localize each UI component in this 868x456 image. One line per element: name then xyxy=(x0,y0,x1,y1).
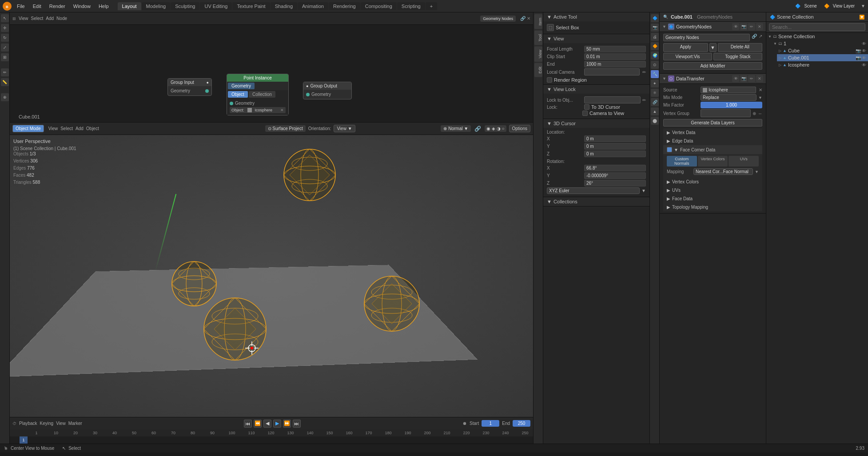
tool-rotate[interactable]: ↻ xyxy=(1,34,9,42)
menu-help[interactable]: Help xyxy=(95,3,112,10)
edge-data-title[interactable]: ▶ Edge Data xyxy=(663,137,762,145)
vertex-data-title[interactable]: ▶ Vertex Data xyxy=(663,128,762,137)
props-world[interactable]: 🌍 xyxy=(651,52,659,59)
marker-menu[interactable]: Marker xyxy=(68,421,82,426)
keying-menu[interactable]: Keying xyxy=(40,421,54,426)
dt-source-clear[interactable]: ✕ xyxy=(759,87,762,92)
props-modifiers[interactable]: 🔧 xyxy=(651,70,659,78)
props-particles[interactable]: ✦ xyxy=(651,79,659,87)
viewport-vis-btn[interactable]: Viewport:Vis xyxy=(663,53,712,60)
dt-edit-btn[interactable]: ✏ xyxy=(748,75,755,82)
menu-file[interactable]: File xyxy=(13,3,28,10)
props-material[interactable]: ⬤ xyxy=(651,117,659,125)
clip-end-value[interactable]: 1000 m xyxy=(584,61,646,67)
focal-length-value[interactable]: 50 mm xyxy=(584,46,646,52)
btn-next-keyframe[interactable]: ⏩ xyxy=(283,420,291,428)
view-menu-tl[interactable]: View xyxy=(56,421,66,426)
options-btn[interactable]: Options xyxy=(509,125,530,132)
node-menu[interactable]: Node xyxy=(56,16,67,21)
geo-mod-edit-btn[interactable]: ✏ xyxy=(748,23,755,30)
node-group-output[interactable]: ● Group Output Geometry xyxy=(303,82,352,99)
tab-shading[interactable]: Shading xyxy=(271,2,297,10)
fc-tab-uvs[interactable]: UVs xyxy=(729,156,759,167)
cursor-x-value[interactable]: 0 m xyxy=(584,135,646,142)
active-tool-title[interactable]: ▼ Active Tool xyxy=(543,12,649,21)
props-scene[interactable]: 🔷 xyxy=(651,14,659,22)
current-frame-indicator[interactable]: 1 xyxy=(20,436,28,444)
scene-collection-root[interactable]: ▼ 🗂 Scene Collection xyxy=(766,33,868,40)
node-tab-collection[interactable]: Collection xyxy=(249,91,275,98)
tab-sculpting[interactable]: Sculpting xyxy=(171,2,199,10)
start-frame[interactable]: 1 xyxy=(482,420,499,427)
icosphere-item[interactable]: ▷ ▲ Icosphere 👁 xyxy=(777,61,868,68)
end-frame[interactable]: 250 xyxy=(513,420,530,427)
generate-data-layers-btn[interactable]: Generate Data Layers xyxy=(663,119,762,127)
view-layer-name[interactable]: View Layer xyxy=(833,4,855,8)
node-tab-object[interactable]: Object xyxy=(228,91,248,98)
timeline-track[interactable]: 1 10 20 30 40 50 60 70 80 90 100 110 120… xyxy=(10,429,533,444)
playback-menu[interactable]: Playback xyxy=(19,421,37,426)
vtab-edit[interactable]: Edit xyxy=(534,63,542,77)
face-data-title[interactable]: ▶ Face Data xyxy=(663,194,762,203)
tab-animation[interactable]: Animation xyxy=(298,2,328,10)
toggle-stack-btn[interactable]: Toggle Stack xyxy=(713,53,762,60)
vtab-tool[interactable]: Tool xyxy=(534,31,542,45)
apply-dropdown[interactable]: ▼ xyxy=(709,43,717,52)
props-render[interactable]: 📷 xyxy=(651,24,659,32)
tool-transform[interactable]: ⊞ xyxy=(1,53,9,61)
geo-mod-render-btn[interactable]: 📷 xyxy=(740,23,747,30)
cursor-rz-value[interactable]: 26° xyxy=(584,180,646,186)
props-physics[interactable]: ⚛ xyxy=(651,89,659,97)
dt-render-btn[interactable]: 📷 xyxy=(740,75,747,82)
dt-vg-input[interactable] xyxy=(701,109,751,117)
uvs-section-title[interactable]: ▶ UVs xyxy=(663,186,762,194)
node-object-close[interactable]: ✕ xyxy=(280,108,284,112)
tab-add[interactable]: + xyxy=(426,2,437,10)
transform-dropdown[interactable]: ⊕ Normal ▼ xyxy=(441,125,471,132)
clip-start-value[interactable]: 0.01 m xyxy=(584,53,646,60)
ico-hide-icon[interactable]: 👁 xyxy=(862,63,866,67)
face-corner-data-title[interactable]: ▼ Face Corner Data xyxy=(663,145,762,154)
tab-uv-editing[interactable]: UV Editing xyxy=(200,2,232,10)
view-lock-title[interactable]: ▼ View Lock xyxy=(543,85,649,94)
fc-tab-vc[interactable]: Vertex Colors xyxy=(698,156,728,167)
btn-jump-end[interactable]: ⏭ xyxy=(293,420,301,428)
geo-nodes-link[interactable]: 🔗 xyxy=(752,34,757,41)
tool-measure[interactable]: 📏 xyxy=(1,78,9,86)
cursor-y-value[interactable]: 0 m xyxy=(584,143,646,150)
props-object[interactable]: ⊙ xyxy=(651,61,659,69)
node-group-input[interactable]: Group Input ● Geometry xyxy=(167,78,212,96)
cursor-ry-value[interactable]: -0.000009° xyxy=(584,172,646,179)
lock-obj-eyedropper[interactable]: ✏ xyxy=(642,98,646,103)
fc-tab-normals[interactable]: Custom Normals xyxy=(667,156,697,167)
lock-obj-input[interactable] xyxy=(584,96,641,103)
local-camera-input[interactable] xyxy=(584,68,640,75)
tab-modeling[interactable]: Modeling xyxy=(142,2,171,10)
menu-window[interactable]: Window xyxy=(70,3,94,10)
tool-add[interactable]: ⊕ xyxy=(1,93,9,101)
tab-scripting[interactable]: Scripting xyxy=(397,2,425,10)
vertex-colors-section-title[interactable]: ▶ Vertex Colors xyxy=(663,178,762,186)
viewport-shading-icons[interactable]: ◉ ◈ ◑ ○ xyxy=(485,125,506,132)
viewport-3d[interactable]: User Perspective (1) Scene Collection | … xyxy=(10,135,533,417)
geo-nodes-canvas[interactable]: Group Input ● Geometry Point Instance Ge… xyxy=(10,25,533,123)
tab-compositing[interactable]: Compositing xyxy=(361,2,397,10)
timeline-editor-icon[interactable]: ⏱ xyxy=(12,421,16,426)
apply-btn[interactable]: Apply xyxy=(663,43,708,52)
render-region-checkbox[interactable] xyxy=(547,77,552,83)
tool-scale[interactable]: ⤢ xyxy=(1,44,9,52)
props-constraints[interactable]: 🔗 xyxy=(651,98,659,106)
object-mode-btn[interactable]: Object Mode xyxy=(12,125,44,132)
surface-project-btn[interactable]: ⊙ Surface Project xyxy=(265,125,306,132)
tool-cursor[interactable]: ↖ xyxy=(1,14,9,22)
topology-mapping-title[interactable]: ▶ Topology Mapping xyxy=(663,203,762,211)
cube001-hide-icon[interactable]: 👁 xyxy=(862,56,866,60)
btn-prev-keyframe[interactable]: ⏪ xyxy=(254,420,262,428)
face-corner-checkbox[interactable] xyxy=(667,147,672,152)
props-view-layer[interactable]: 🔶 xyxy=(651,42,659,50)
view-menu-3d[interactable]: View xyxy=(48,126,58,131)
btn-play[interactable]: ▶ xyxy=(273,420,281,428)
tab-texture-paint[interactable]: Texture Paint xyxy=(232,2,270,10)
delete-all-btn[interactable]: Delete All xyxy=(718,43,763,52)
scene-name[interactable]: Scene xyxy=(804,4,816,8)
